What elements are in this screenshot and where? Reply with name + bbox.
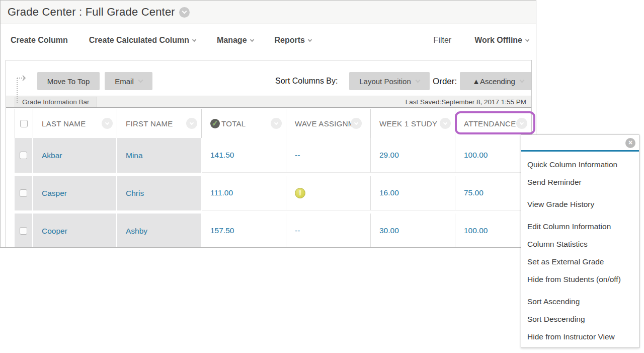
- row-checkbox[interactable]: [20, 152, 27, 159]
- grade-cell-attendance[interactable]: 100.00: [464, 226, 488, 235]
- menu-item-column-statistics[interactable]: Column Statistics: [527, 235, 639, 253]
- grade-cell-total[interactable]: 111.00: [210, 188, 233, 197]
- column-header-last-name[interactable]: LAST NAME: [33, 109, 117, 138]
- attendance-column-context-menu: × Quick Column Information Send Reminder…: [521, 134, 639, 348]
- grade-center-screen: Grade Center : Full Grade Center Create …: [0, 0, 644, 353]
- select-all-cell: [15, 109, 33, 138]
- grade-cell-total[interactable]: 141.50: [210, 151, 234, 160]
- menu-item-send-reminder[interactable]: Send Reminder: [527, 173, 639, 191]
- grade-center-window: Grade Center : Full Grade Center Create …: [0, 0, 536, 248]
- column-menu-chevron-icon[interactable]: [516, 118, 527, 129]
- menu-item-sort-ascending[interactable]: Sort Ascending: [527, 293, 639, 310]
- column-header-week-1-study[interactable]: WEEK 1 STUDY: [371, 109, 455, 138]
- grade-panel: Move To Top Email Sort Columns By: Layou…: [6, 60, 532, 248]
- last-name-link[interactable]: Cooper: [42, 227, 67, 236]
- column-menu-chevron-icon[interactable]: [186, 118, 197, 129]
- layout-position-dropdown[interactable]: Layout Position: [349, 72, 430, 90]
- menu-item-hide-from-students[interactable]: Hide from Students (on/off): [527, 270, 639, 288]
- column-menu-chevron-icon[interactable]: [271, 118, 282, 129]
- column-header-wave-assignment[interactable]: WAVE ASSIGNM: [286, 109, 371, 138]
- needs-grading-icon[interactable]: !: [295, 188, 305, 198]
- last-name-link[interactable]: Casper: [42, 189, 67, 198]
- table-row: Casper Chris 111.00 ! 16.00 75.00: [15, 176, 531, 210]
- context-menu-list: Quick Column Information Send Reminder V…: [521, 152, 639, 345]
- last-name-link[interactable]: Akbar: [42, 151, 62, 160]
- row-checkbox[interactable]: [20, 189, 27, 197]
- reorder-arrow-icon: [10, 73, 27, 105]
- grade-cell-attendance[interactable]: 100.00: [464, 151, 488, 160]
- chevron-down-icon: [250, 37, 254, 41]
- table-header-row: LAST NAME FIRST NAME ✓TOTAL WAVE ASSIGNM…: [15, 109, 531, 138]
- row-checkbox[interactable]: [20, 227, 27, 235]
- grade-cell-wave-assignment[interactable]: --: [295, 226, 300, 235]
- menu-item-set-as-external-grade[interactable]: Set as External Grade: [527, 253, 639, 270]
- chevron-down-icon: [192, 37, 196, 41]
- table-row: Cooper Ashby 157.50 -- 30.00 100.00: [15, 214, 531, 248]
- first-name-link[interactable]: Ashby: [126, 227, 147, 236]
- title-chevron-down-icon[interactable]: [179, 7, 190, 18]
- sort-columns-by-label: Sort Columns By:: [275, 77, 338, 86]
- move-to-top-button[interactable]: Move To Top: [37, 72, 100, 90]
- page-title: Grade Center : Full Grade Center: [8, 6, 175, 19]
- grade-table: LAST NAME FIRST NAME ✓TOTAL WAVE ASSIGNM…: [15, 109, 531, 248]
- work-offline-menu[interactable]: Work Offline: [474, 36, 529, 45]
- column-menu-chevron-icon[interactable]: [351, 118, 362, 129]
- page-header: Grade Center : Full Grade Center: [1, 1, 536, 24]
- column-menu-chevron-icon[interactable]: [102, 118, 113, 129]
- external-grade-check-icon: ✓: [210, 119, 220, 128]
- select-all-checkbox[interactable]: [20, 120, 28, 127]
- table-row: Akbar Mina 141.50 -- 29.00 100.00: [15, 138, 531, 173]
- chevron-down-icon: [415, 78, 420, 83]
- close-icon[interactable]: ×: [625, 138, 635, 148]
- column-header-first-name[interactable]: FIRST NAME: [117, 109, 202, 138]
- chevron-down-icon: [520, 78, 525, 83]
- action-bar: Create Column Create Calculated Column M…: [1, 24, 536, 56]
- grade-cell-week-1-study[interactable]: 29.00: [379, 151, 399, 160]
- chevron-down-icon: [525, 37, 529, 41]
- grade-cell-wave-assignment[interactable]: --: [295, 151, 300, 160]
- first-name-link[interactable]: Mina: [126, 151, 143, 160]
- menu-item-edit-column-information[interactable]: Edit Column Information: [527, 218, 639, 235]
- create-calculated-column-menu[interactable]: Create Calculated Column: [89, 36, 196, 45]
- manage-menu[interactable]: Manage: [217, 36, 254, 45]
- menu-item-quick-column-information[interactable]: Quick Column Information: [527, 156, 639, 173]
- menu-item-view-grade-history[interactable]: View Grade History: [527, 195, 639, 213]
- first-name-link[interactable]: Chris: [126, 189, 144, 198]
- email-button[interactable]: Email: [105, 72, 152, 90]
- column-header-attendance[interactable]: ATTENDANCE: [455, 109, 531, 138]
- order-ascending-dropdown[interactable]: ▲Ascending: [460, 72, 532, 90]
- menu-item-sort-descending[interactable]: Sort Descending: [527, 310, 639, 328]
- chevron-down-icon: [138, 78, 143, 83]
- order-label: Order:: [433, 77, 457, 87]
- column-header-total[interactable]: ✓TOTAL: [202, 109, 286, 138]
- grade-cell-week-1-study[interactable]: 30.00: [379, 226, 399, 235]
- grade-toolbar: Move To Top Email Sort Columns By: Layou…: [6, 60, 531, 96]
- chevron-down-icon: [308, 37, 312, 41]
- grade-cell-attendance[interactable]: 75.00: [464, 188, 484, 197]
- filter-button[interactable]: Filter: [434, 36, 452, 45]
- grade-cell-total[interactable]: 157.50: [210, 226, 234, 235]
- grade-information-bar: Grade Information Bar Last Saved:Septemb…: [6, 96, 531, 108]
- menu-item-hide-from-instructor-view[interactable]: Hide from Instructor View: [527, 328, 639, 345]
- last-saved-timestamp: Last Saved:September 8, 2017 1:55 PM: [406, 98, 529, 106]
- reports-menu[interactable]: Reports: [275, 36, 311, 45]
- column-menu-chevron-icon[interactable]: [440, 118, 451, 129]
- create-column-button[interactable]: Create Column: [11, 36, 68, 45]
- grade-cell-week-1-study[interactable]: 16.00: [379, 188, 399, 197]
